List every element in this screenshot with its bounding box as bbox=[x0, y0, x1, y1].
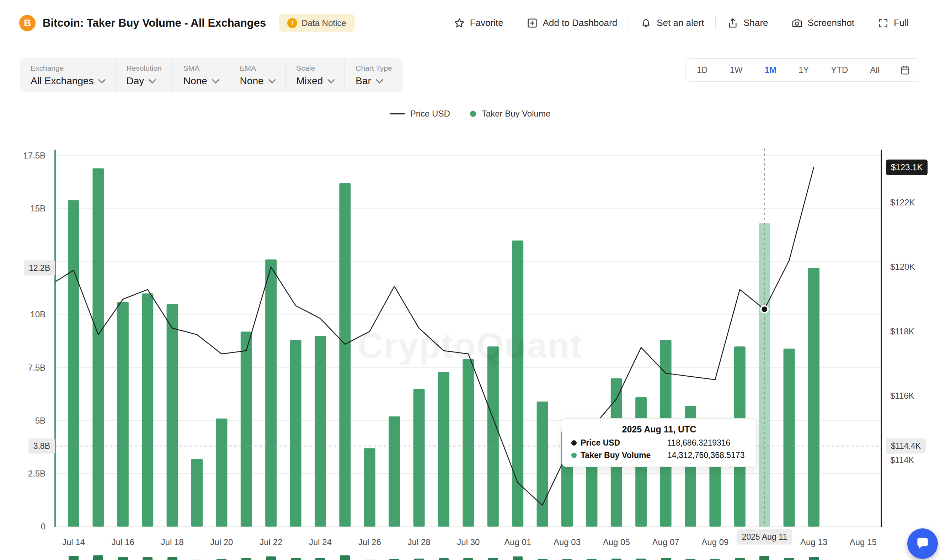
axis-tick-label: 2.5B bbox=[28, 469, 46, 478]
axis-tick-label: Aug 05 bbox=[603, 537, 630, 547]
chevron-down-icon bbox=[376, 76, 383, 83]
legend-volume: Taker Buy Volume bbox=[470, 109, 550, 119]
range-all[interactable]: All bbox=[859, 58, 891, 82]
navigator-bar bbox=[315, 558, 325, 560]
axis-tick-label: Aug 09 bbox=[701, 537, 729, 547]
range-selector: 1D 1W 1M 1Y YTD All bbox=[686, 58, 920, 82]
volume-bar[interactable] bbox=[487, 346, 499, 526]
axis-tick-label: Jul 24 bbox=[309, 537, 332, 547]
calendar-button[interactable] bbox=[891, 65, 920, 75]
ema-label: EMA bbox=[240, 64, 275, 72]
crosshair-date-badge: 2025 Aug 11 bbox=[737, 529, 792, 545]
volume-bar[interactable] bbox=[438, 372, 449, 526]
data-notice-badge[interactable]: ! Data Notice bbox=[279, 14, 354, 32]
volume-bar[interactable] bbox=[216, 418, 227, 526]
cryptoquant-chart-page: B Bitcoin: Taker Buy Volume - All Exchan… bbox=[0, 0, 940, 560]
volume-bar[interactable] bbox=[413, 389, 425, 526]
volume-bar[interactable] bbox=[142, 294, 153, 526]
set-alert-label: Set an alert bbox=[656, 17, 704, 28]
volume-bar[interactable] bbox=[314, 336, 326, 526]
volume-bar[interactable] bbox=[709, 442, 721, 526]
chat-bubble-icon bbox=[915, 536, 931, 551]
screenshot-label: Screenshot bbox=[808, 17, 855, 28]
volume-bar[interactable] bbox=[808, 268, 820, 526]
exchange-value: All Exchanges bbox=[31, 75, 94, 87]
chart-type-label: Chart Type bbox=[356, 64, 392, 72]
volume-bar[interactable] bbox=[537, 402, 548, 526]
header: B Bitcoin: Taker Buy Volume - All Exchan… bbox=[0, 0, 940, 46]
range-1d[interactable]: 1D bbox=[686, 58, 719, 82]
price-line-sample-icon bbox=[390, 113, 405, 114]
navigator-bar bbox=[266, 557, 276, 560]
resolution-label: Resolution bbox=[126, 64, 162, 72]
add-to-dashboard-button[interactable]: Add to Dashboard bbox=[515, 17, 629, 29]
volume-bar[interactable] bbox=[191, 459, 203, 526]
set-alert-button[interactable]: Set an alert bbox=[629, 17, 715, 29]
volume-bar[interactable] bbox=[635, 397, 647, 526]
axis-tick-label: Jul 14 bbox=[62, 537, 85, 547]
chevron-down-icon bbox=[98, 76, 106, 83]
axis-tick-label: Jul 22 bbox=[259, 537, 282, 547]
share-label: Share bbox=[743, 17, 768, 28]
volume-bar[interactable] bbox=[685, 406, 696, 526]
volume-bar[interactable] bbox=[388, 417, 400, 526]
tooltip-volume-label: Taker Buy Volume bbox=[581, 451, 667, 460]
volume-bar[interactable] bbox=[265, 259, 277, 526]
range-1m[interactable]: 1M bbox=[754, 58, 787, 82]
volume-bar[interactable] bbox=[462, 359, 474, 526]
range-1y[interactable]: 1Y bbox=[787, 58, 820, 82]
tooltip-utc: , UTC bbox=[673, 424, 696, 434]
axis-tick-label: $120K bbox=[890, 262, 915, 272]
volume-bar[interactable] bbox=[241, 332, 252, 526]
range-1w[interactable]: 1W bbox=[719, 58, 754, 82]
chevron-down-icon bbox=[268, 76, 276, 83]
navigator-bar bbox=[735, 558, 745, 560]
chevron-down-icon bbox=[327, 76, 335, 83]
volume-bar[interactable] bbox=[734, 346, 746, 526]
volume-bar[interactable] bbox=[784, 349, 795, 526]
share-button[interactable]: Share bbox=[716, 17, 779, 29]
resolution-value: Day bbox=[126, 75, 144, 87]
favorite-button[interactable]: Favorite bbox=[442, 17, 515, 29]
volume-bar[interactable] bbox=[92, 168, 104, 526]
volume-bar[interactable] bbox=[117, 302, 129, 526]
toolbar: Exchange All Exchanges Resolution Day SM… bbox=[0, 46, 940, 92]
chart-controls: Exchange All Exchanges Resolution Day SM… bbox=[20, 58, 403, 92]
watermark: CryptoQuant bbox=[357, 325, 582, 366]
volume-bar[interactable] bbox=[561, 431, 573, 526]
exchange-dropdown[interactable]: Exchange All Exchanges bbox=[20, 58, 115, 92]
fullscreen-button[interactable]: Full bbox=[866, 17, 920, 29]
fullscreen-label: Full bbox=[894, 17, 909, 28]
axis-tick-label: Jul 18 bbox=[161, 537, 184, 547]
calendar-icon bbox=[900, 65, 911, 75]
navigator-bar bbox=[463, 558, 473, 560]
volume-bar[interactable] bbox=[339, 183, 351, 526]
axis-tick-label: 15B bbox=[30, 204, 46, 214]
volume-bar[interactable] bbox=[68, 200, 79, 526]
scale-dropdown[interactable]: Scale Mixed bbox=[285, 58, 345, 92]
axis-tick-label: 17.5B bbox=[23, 151, 46, 161]
volume-bar[interactable] bbox=[512, 240, 523, 526]
volume-bar[interactable] bbox=[611, 378, 622, 526]
axis-tick-label: 5B bbox=[35, 416, 46, 426]
chat-launcher-button[interactable] bbox=[907, 528, 938, 559]
range-ytd[interactable]: YTD bbox=[820, 58, 859, 82]
bitcoin-icon: B bbox=[19, 15, 35, 31]
volume-bar[interactable] bbox=[586, 418, 597, 526]
chart-navigator[interactable] bbox=[55, 555, 881, 560]
volume-bar[interactable] bbox=[167, 304, 178, 526]
resolution-dropdown[interactable]: Resolution Day bbox=[115, 58, 172, 92]
volume-bar[interactable] bbox=[290, 340, 302, 526]
sma-dropdown[interactable]: SMA None bbox=[173, 58, 229, 92]
volume-bar[interactable] bbox=[759, 223, 770, 526]
navigator-bar bbox=[69, 556, 79, 560]
legend-price-label: Price USD bbox=[410, 109, 450, 119]
axis-tick-label: 10B bbox=[30, 309, 46, 320]
navigator-bar bbox=[636, 558, 646, 560]
volume-bar[interactable] bbox=[364, 448, 375, 526]
volume-bar[interactable] bbox=[660, 340, 672, 526]
screenshot-button[interactable]: Screenshot bbox=[780, 17, 866, 29]
axis-tick-label: Aug 15 bbox=[850, 537, 877, 547]
chart-type-dropdown[interactable]: Chart Type Bar bbox=[345, 58, 402, 92]
ema-dropdown[interactable]: EMA None bbox=[229, 58, 285, 92]
